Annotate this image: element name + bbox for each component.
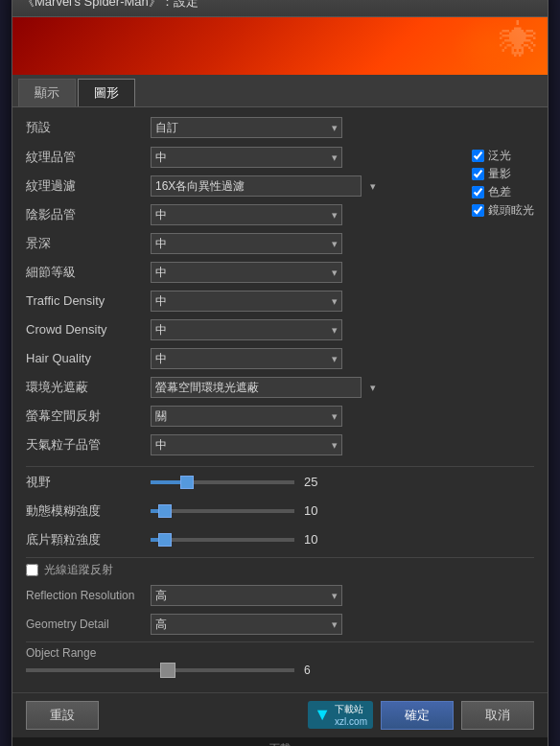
raytracing-label: 光線追蹤反射 [44, 562, 113, 578]
particle-quality-select-wrapper: 低 中 高 [151, 434, 342, 455]
shadow-quality-label: 陰影品管 [26, 206, 151, 223]
fov-slider-thumb[interactable] [180, 476, 194, 489]
texture-quality-row: 紋理品管 低 中 高 [26, 146, 464, 169]
object-range-value: 6 [304, 664, 311, 677]
shadow-checkbox-item: 量影 [472, 166, 534, 182]
texture-filter-row: 紋理過濾 雙線性 三線性 4X各向異性過濾 8X各向異性過濾 16X各向異性過濾 [26, 175, 464, 198]
hair-quality-label: Hair Quality [26, 351, 151, 365]
shadow-quality-select-wrapper: 低 中 高 [151, 204, 342, 225]
texture-filter-select[interactable]: 雙線性 三線性 4X各向異性過濾 8X各向異性過濾 16X各向異性過濾 [151, 175, 362, 197]
shadow-quality-select[interactable]: 低 中 高 [151, 204, 342, 225]
ao-select-wrapper: 關 螢幕空間環境光遮蔽 [151, 377, 381, 398]
texture-quality-select[interactable]: 低 中 高 [151, 147, 342, 168]
bottom-label: 下載 [269, 742, 291, 747]
preset-select[interactable]: 自訂 低 中 高 極高 [151, 117, 342, 138]
film-grain-thumb[interactable] [158, 533, 172, 547]
motion-blur-value: 10 [304, 503, 333, 518]
motion-blur-row: 動態模糊強度 10 [26, 500, 534, 523]
dof-select[interactable]: 關 低 中 高 [151, 233, 342, 254]
dof-row: 景深 關 低 中 高 [26, 232, 464, 255]
watermark-code: xzl.com [335, 716, 367, 727]
ssr-label: 螢幕空間反射 [26, 408, 151, 425]
texture-filter-select-wrapper: 雙線性 三線性 4X各向異性過濾 8X各向異性過濾 16X各向異性過濾 [151, 175, 381, 197]
motion-blur-slider-track [151, 509, 294, 513]
ssr-row: 螢幕空間反射 關 低 中 高 [26, 405, 464, 428]
confirm-button[interactable]: 確定 [381, 701, 454, 730]
lensflare-checkbox[interactable] [472, 204, 484, 217]
dof-label: 景深 [26, 235, 151, 252]
tab-graphics[interactable]: 圖形 [78, 79, 135, 106]
hair-quality-select[interactable]: 低 中 高 [151, 348, 342, 369]
reset-button[interactable]: 重設 [26, 701, 99, 730]
ssr-select[interactable]: 關 低 中 高 [151, 406, 342, 427]
title-bar: 《Marvel's Spider-Man》：設定 [12, 0, 548, 17]
chromatic-label: 色差 [488, 184, 511, 200]
lensflare-checkbox-item: 鏡頭眩光 [472, 202, 534, 219]
checkboxes-panel: 泛光 量影 色差 鏡頭眩光 [472, 146, 534, 462]
motion-blur-thumb[interactable] [158, 504, 172, 518]
particle-quality-label: 天氣粒子品管 [26, 436, 151, 454]
object-range-label: Object Range [26, 646, 534, 660]
traffic-density-select[interactable]: 低 中 高 [151, 291, 342, 312]
object-range-track [26, 668, 294, 672]
main-settings-area: 紋理品管 低 中 高 紋理過濾 雙線性 三線性 [26, 146, 534, 462]
geometry-detail-select[interactable]: 低 中 高 [151, 614, 342, 635]
crowd-density-select[interactable]: 低 中 高 [151, 319, 342, 340]
dof-select-wrapper: 關 低 中 高 [151, 233, 342, 254]
detail-level-select[interactable]: 低 中 高 [151, 262, 342, 283]
watermark-badge: ▼ 下載站 xzl.com [308, 701, 373, 729]
object-range-thumb[interactable] [160, 663, 175, 678]
detail-level-row: 細節等級 低 中 高 [26, 261, 464, 284]
crowd-density-row: Crowd Density 低 中 高 [26, 318, 464, 341]
divider-3 [26, 641, 534, 642]
particle-quality-row: 天氣粒子品管 低 中 高 [26, 433, 464, 456]
bloom-checkbox-item: 泛光 [472, 148, 534, 164]
fov-label: 視野 [26, 474, 151, 491]
bloom-label: 泛光 [488, 148, 511, 164]
shadow-label: 量影 [488, 166, 511, 182]
object-range-slider-row: 6 [26, 664, 534, 677]
tab-display[interactable]: 顯示 [18, 79, 76, 106]
reflection-res-select-wrapper: 低 中 高 [151, 585, 342, 606]
film-grain-slider-container: 10 [151, 532, 534, 547]
hero-image: 🕷 [12, 17, 548, 75]
divider-2 [26, 557, 534, 558]
motion-blur-label: 動態模糊強度 [26, 502, 151, 520]
geometry-detail-select-wrapper: 低 中 高 [151, 614, 342, 635]
hair-quality-select-wrapper: 低 中 高 [151, 348, 342, 369]
ao-row: 環境光遮蔽 關 螢幕空間環境光遮蔽 [26, 376, 464, 399]
traffic-density-select-wrapper: 低 中 高 [151, 291, 342, 312]
ao-label: 環境光遮蔽 [26, 379, 151, 396]
reflection-res-select[interactable]: 低 中 高 [151, 585, 342, 606]
film-grain-row: 底片顆粒強度 10 [26, 528, 534, 551]
settings-window: 《Marvel's Spider-Man》：設定 🕷 顯示 圖形 預設 自訂 低… [12, 0, 548, 746]
ao-select[interactable]: 關 螢幕空間環境光遮蔽 [151, 377, 362, 398]
hair-quality-row: Hair Quality 低 中 高 [26, 347, 464, 370]
reflection-res-label: Reflection Resolution [26, 589, 151, 602]
texture-quality-label: 紋理品管 [26, 149, 151, 166]
cancel-button[interactable]: 取消 [461, 701, 534, 730]
preset-row: 預設 自訂 低 中 高 極高 [26, 117, 534, 138]
film-grain-value: 10 [304, 532, 333, 547]
film-grain-slider-track [151, 538, 294, 542]
divider-1 [26, 466, 534, 467]
raytracing-checkbox[interactable] [26, 564, 38, 576]
particle-quality-select[interactable]: 低 中 高 [151, 434, 342, 455]
crowd-density-label: Crowd Density [26, 322, 151, 337]
object-range-section: Object Range 6 [26, 646, 534, 677]
watermark-text: 下載站 xzl.com [335, 703, 367, 727]
fov-value: 25 [304, 475, 333, 489]
tab-bar: 顯示 圖形 [12, 75, 548, 107]
settings-left: 紋理品管 低 中 高 紋理過濾 雙線性 三線性 [26, 146, 464, 462]
bloom-checkbox[interactable] [472, 150, 484, 162]
fov-slider-container: 25 [151, 475, 534, 489]
fov-row: 視野 25 [26, 471, 534, 494]
status-bar: 下載 [12, 737, 548, 747]
footer: 重設 ▼ 下載站 xzl.com 確定 取消 [12, 692, 548, 737]
settings-content: 預設 自訂 低 中 高 極高 紋理品管 低 中 [12, 107, 548, 692]
raytracing-row: 光線追蹤反射 [26, 562, 534, 578]
preset-label: 預設 [26, 119, 151, 136]
shadow-checkbox[interactable] [472, 168, 484, 180]
chromatic-checkbox[interactable] [472, 186, 484, 198]
crowd-density-select-wrapper: 低 中 高 [151, 319, 342, 340]
